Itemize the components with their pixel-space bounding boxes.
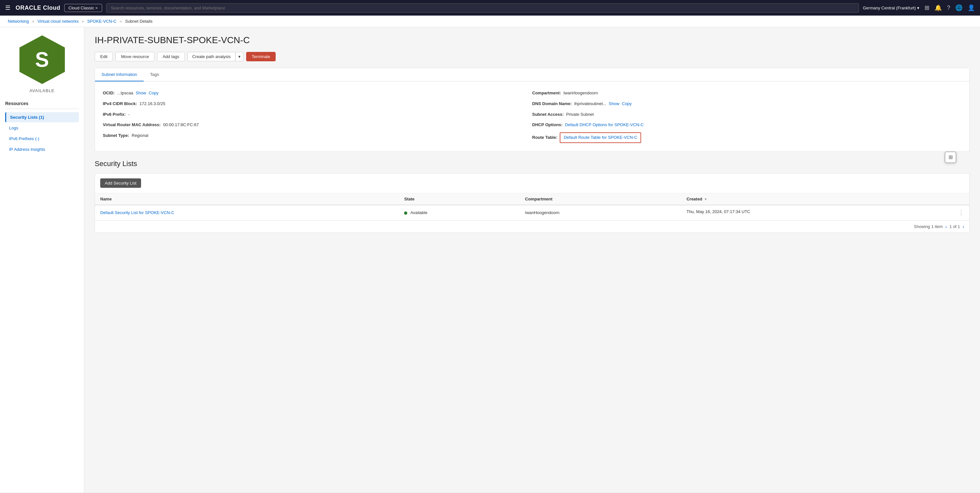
sidebar-item-ip-address-insights[interactable]: IP Address Insights [5, 144, 79, 154]
compartment-label: Compartment: [532, 91, 561, 95]
security-toolbar: Add Security List ⊞ [95, 173, 969, 193]
breadcrumb-current: Subnet Details [125, 19, 153, 24]
create-path-analysis-dropdown-button[interactable]: ▾ [235, 52, 243, 61]
route-table-box: Default Route Table for SPOKE-VCN-C [560, 132, 641, 143]
security-table-wrap: Name State Compartment Created ▾ [95, 193, 969, 232]
page-title: IH-PRIVATE-SUBNET-SPOKE-VCN-C [95, 35, 970, 45]
info-ocid: OCID: ...tpscaa Show Copy [103, 88, 532, 99]
state-value: Available [410, 210, 427, 215]
table-row: Default Security List for SPOKE-VCN-C Av… [95, 205, 969, 221]
move-resource-button[interactable]: Move resource [115, 52, 154, 61]
info-left-column: OCID: ...tpscaa Show Copy IPv4 CIDR Bloc… [103, 88, 532, 145]
subnet-access-label: Subnet Access: [532, 112, 563, 117]
col-created[interactable]: Created ▾ [681, 193, 969, 205]
cloud-classic-button[interactable]: Cloud Classic > [64, 4, 102, 12]
create-path-analysis-split-button: Create path analysis ▾ [188, 52, 244, 61]
compartment-value: IwanHoogendoorn [563, 91, 598, 95]
dns-show-link[interactable]: Show [609, 101, 619, 106]
oracle-logo: ORACLE Cloud [16, 5, 60, 11]
help-question-icon[interactable]: ? [947, 5, 950, 11]
ocid-value: ...tpscaa [117, 91, 133, 95]
created-value: Thu, May 16, 2024, 07:17:34 UTC [687, 209, 750, 214]
tab-tags[interactable]: Tags [144, 68, 165, 81]
sidebar: S AVAILABLE Resources Security Lists (1)… [0, 27, 84, 493]
breadcrumb-networking[interactable]: Networking [8, 19, 29, 24]
dns-value: ihprivatesubnet... [574, 101, 606, 106]
compartment-value-cell: IwanHoogendoorn [525, 210, 559, 215]
mac-label: Virtual Router MAC Address: [103, 122, 161, 127]
breadcrumb-vcn[interactable]: Virtual cloud networks [38, 19, 79, 24]
info-route-table: Route Table: Default Route Table for SPO… [532, 130, 961, 145]
resource-icon-area: S AVAILABLE [5, 34, 79, 93]
globe-icon[interactable]: 🌐 [955, 4, 963, 11]
ipv4-label: IPv4 CIDR Block: [103, 101, 137, 106]
top-navigation: ☰ ORACLE Cloud Cloud Classic > Germany C… [0, 0, 980, 16]
user-profile-icon[interactable]: 👤 [968, 4, 975, 11]
breadcrumb-vcn-name[interactable]: SPOKE-VCN-C [87, 19, 116, 24]
search-input[interactable] [106, 3, 859, 13]
terminate-button[interactable]: Terminate [246, 52, 276, 61]
dns-label: DNS Domain Name: [532, 101, 572, 106]
ocid-show-link[interactable]: Show [135, 91, 146, 95]
page-nav-next[interactable]: › [963, 224, 964, 229]
security-lists-panel: Add Security List ⊞ Name State [95, 173, 970, 233]
subnet-type-label: Subnet Type: [103, 133, 129, 138]
resources-section-title: Resources [5, 101, 79, 109]
col-compartment: Compartment [520, 193, 681, 205]
hex-letter: S [35, 48, 49, 72]
page-nav-prev[interactable]: ‹ [945, 224, 947, 229]
security-list-name-link[interactable]: Default Security List for SPOKE-VCN-C [100, 210, 174, 215]
sidebar-item-ipv6-prefixes[interactable]: IPv6 Prefixes (-) [5, 134, 79, 144]
edit-button[interactable]: Edit [95, 52, 113, 61]
help-grid-icon[interactable]: ⊞ [945, 151, 956, 163]
create-path-analysis-button[interactable]: Create path analysis [188, 52, 236, 61]
info-right-column: Compartment: IwanHoogendoorn DNS Domain … [532, 88, 961, 145]
hexagon-icon: S [16, 34, 68, 86]
breadcrumb-sep-1: » [32, 19, 34, 24]
info-dhcp: DHCP Options: Default DHCP Options for S… [532, 120, 961, 130]
route-table-link[interactable]: Default Route Table for SPOKE-VCN-C [563, 135, 637, 140]
route-table-label: Route Table: [532, 135, 557, 140]
subnet-access-value: Private Subnet [566, 112, 594, 117]
info-subnet-type: Subnet Type: Regional [103, 130, 532, 141]
region-label: Germany Central (Frankfurt) [863, 5, 916, 10]
row-actions-icon[interactable]: ⋮ [958, 209, 964, 216]
notifications-bell-icon[interactable]: 🔔 [935, 4, 942, 11]
cell-compartment: IwanHoogendoorn [520, 205, 681, 221]
ipv6-label: IPv6 Prefix: [103, 112, 126, 117]
console-icon[interactable]: ⊞ [924, 4, 929, 11]
main-content: S AVAILABLE Resources Security Lists (1)… [0, 27, 980, 493]
add-tags-button[interactable]: Add tags [157, 52, 185, 61]
security-lists-title: Security Lists [95, 159, 970, 168]
ipv4-value: 172.16.3.0/25 [140, 101, 165, 106]
ocid-copy-link[interactable]: Copy [148, 91, 158, 95]
content-area: IH-PRIVATE-SUBNET-SPOKE-VCN-C Edit Move … [84, 27, 980, 493]
info-compartment: Compartment: IwanHoogendoorn [532, 88, 961, 99]
dhcp-label: DHCP Options: [532, 122, 563, 127]
info-mac: Virtual Router MAC Address: 00:00:17:8C:… [103, 120, 532, 130]
breadcrumb-sep-3: » [120, 19, 122, 24]
tab-subnet-information[interactable]: Subnet Information [95, 68, 144, 81]
info-panel: Subnet Information Tags OCID: ...tpscaa … [95, 68, 970, 152]
sidebar-item-logs[interactable]: Logs [5, 123, 79, 133]
breadcrumb-sep-2: » [82, 19, 84, 24]
table-header-row: Name State Compartment Created ▾ [95, 193, 969, 205]
security-lists-table: Name State Compartment Created ▾ [95, 193, 969, 221]
ipv6-value: - [128, 112, 129, 117]
region-selector[interactable]: Germany Central (Frankfurt) ▾ [863, 5, 920, 10]
add-security-list-button[interactable]: Add Security List [100, 178, 141, 188]
dhcp-link[interactable]: Default DHCP Options for SPOKE-VCN-C [565, 122, 644, 127]
status-dot-available [404, 212, 407, 215]
dns-copy-link[interactable]: Copy [622, 101, 632, 106]
showing-info: Showing 1 item ‹ 1 of 1 › [95, 221, 969, 232]
subnet-type-value: Regional [132, 133, 148, 138]
hamburger-menu-icon[interactable]: ☰ [5, 4, 10, 11]
breadcrumb: Networking » Virtual cloud networks » SP… [0, 16, 980, 27]
resource-status: AVAILABLE [30, 88, 54, 93]
sidebar-item-security-lists[interactable]: Security Lists (1) [5, 112, 79, 122]
created-sort-icon: ▾ [705, 197, 706, 201]
cell-name: Default Security List for SPOKE-VCN-C [95, 205, 399, 221]
col-name: Name [95, 193, 399, 205]
nav-right-area: Germany Central (Frankfurt) ▾ ⊞ 🔔 ? 🌐 👤 [863, 4, 975, 11]
col-state: State [399, 193, 520, 205]
